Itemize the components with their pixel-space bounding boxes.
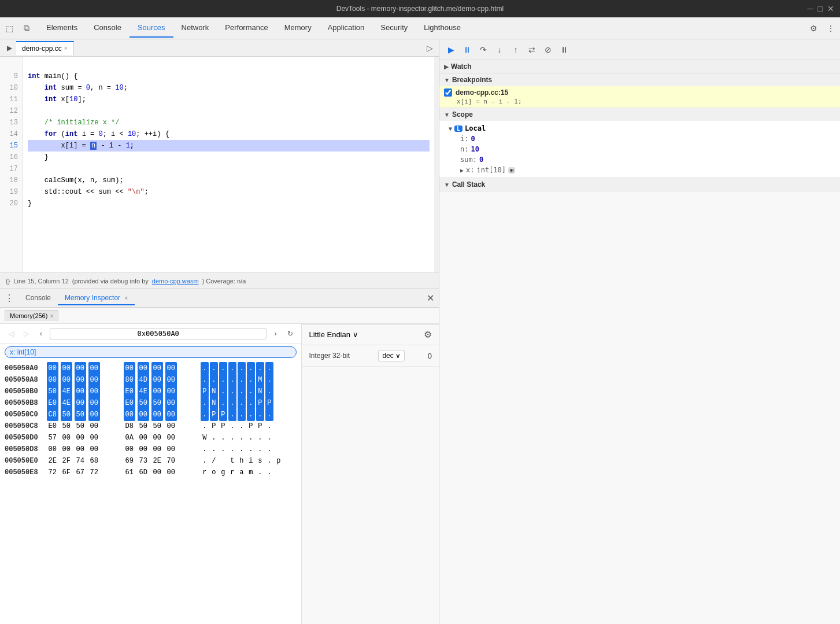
hex-row-5: 005050C8 E0 50 50 00 D8 50 50 bbox=[5, 420, 297, 432]
forward-button[interactable]: ▷ bbox=[20, 327, 32, 340]
hex-bytes1-8: 2E 2F 74 68 bbox=[47, 455, 119, 467]
hex-row-2: 005050B0 50 4E 00 00 E0 4E 00 bbox=[5, 386, 297, 397]
line-num-17: 17 bbox=[5, 163, 18, 175]
bp-checkbox[interactable] bbox=[444, 88, 452, 97]
breakpoints-label: Breakpoints bbox=[452, 76, 492, 84]
left-toolbar-icons: ⬚ ⧉ bbox=[2, 21, 34, 35]
memory-subtab-close[interactable]: × bbox=[50, 313, 53, 319]
endian-gear-icon[interactable]: ⚙ bbox=[424, 329, 432, 340]
next-address-button[interactable]: › bbox=[269, 327, 282, 340]
left-panel: ▶ demo-cpp.cc × ▷ 9 10 11 12 13 14 15 bbox=[0, 39, 439, 624]
hex-bytes2-8: 69 73 2E 70 bbox=[124, 455, 196, 467]
hex-ascii-3: . N . . . . P P bbox=[201, 397, 297, 409]
tab-console[interactable]: Console bbox=[86, 19, 129, 38]
memory-icon[interactable]: ⊞ bbox=[508, 167, 515, 173]
source-tab-bar: ▶ demo-cpp.cc × ▷ bbox=[0, 39, 439, 57]
status-bar: {} Line 15, Column 12 (provided via debu… bbox=[0, 272, 439, 289]
tab-memory[interactable]: Memory bbox=[276, 19, 320, 38]
step-button[interactable]: ⇄ bbox=[525, 43, 539, 57]
scope-x[interactable]: ▶ x: int[10] ⊞ bbox=[460, 165, 831, 175]
line-num-15[interactable]: 15 bbox=[5, 140, 18, 152]
pause-on-exception-button[interactable]: ⏸ bbox=[557, 43, 571, 57]
hex-bytes2-0: 00 00 00 00 bbox=[124, 362, 196, 375]
local-label: Local bbox=[465, 124, 486, 132]
integer-label: Integer 32-bit bbox=[309, 352, 367, 360]
step-into-button[interactable]: ↓ bbox=[493, 43, 506, 57]
tab-security[interactable]: Security bbox=[372, 19, 416, 38]
tab-lighthouse[interactable]: Lighthouse bbox=[416, 19, 469, 38]
resume-button[interactable]: ▶ bbox=[444, 43, 458, 57]
address-input[interactable] bbox=[50, 328, 267, 339]
hex-row-1: 005050A8 00 00 00 00 80 4D 00 bbox=[5, 374, 297, 386]
hex-bytes1-3: E0 4E 00 00 bbox=[47, 397, 119, 409]
code-line-blank bbox=[28, 59, 430, 71]
code-line-11: int x[10]; bbox=[28, 94, 430, 105]
prev-address-button[interactable]: ‹ bbox=[35, 327, 47, 340]
wasm-link[interactable]: demo-cpp.wasm bbox=[152, 278, 199, 285]
hex-ascii-6: W . . . . . . . bbox=[201, 431, 297, 444]
breakpoint-entry: demo-cpp.cc:15 x[i] = n - i - 1; bbox=[439, 86, 840, 108]
run-snippet-icon[interactable]: ▷ bbox=[423, 41, 436, 55]
call-stack-triangle: ▼ bbox=[444, 182, 450, 188]
source-filename: demo-cpp.cc bbox=[22, 45, 62, 53]
bottom-panel-close[interactable]: ✕ bbox=[427, 293, 434, 304]
code-area: 9 10 11 12 13 14 15 16 17 18 19 20 int m… bbox=[0, 57, 439, 272]
title-bar: DevTools - memory-inspector.glitch.me/de… bbox=[0, 0, 840, 17]
device-toggle-icon[interactable]: ⧉ bbox=[20, 21, 34, 35]
more-panel-icon[interactable]: ⋮ bbox=[5, 293, 14, 304]
endian-select[interactable]: Little Endian ∨ bbox=[309, 330, 358, 339]
source-tab-close[interactable]: × bbox=[64, 45, 68, 51]
hex-ascii-0: . . . . . . . . bbox=[201, 362, 297, 375]
watch-header[interactable]: ▶ Watch bbox=[439, 60, 840, 73]
vertical-scrollbar[interactable] bbox=[434, 57, 439, 272]
hex-addr-3: 005050B8 bbox=[5, 397, 42, 409]
source-file-tab[interactable]: demo-cpp.cc × bbox=[16, 41, 74, 55]
hex-bytes2-1: 80 4D 00 00 bbox=[124, 374, 196, 386]
breakpoints-header[interactable]: ▼ Breakpoints bbox=[439, 73, 840, 86]
tab-performance[interactable]: Performance bbox=[217, 19, 276, 38]
tab-console-bottom[interactable]: Console bbox=[18, 291, 58, 305]
hex-ascii-2: P N . . . . N . bbox=[201, 385, 297, 398]
window-controls[interactable]: ─ □ ✕ bbox=[808, 4, 834, 13]
pause-button[interactable]: ⏸ bbox=[460, 43, 474, 57]
deactivate-button[interactable]: ⊘ bbox=[541, 43, 555, 57]
memory-subtab-label: Memory(256) bbox=[10, 312, 47, 319]
cursor-icon[interactable]: ⬚ bbox=[2, 21, 16, 35]
call-stack-header[interactable]: ▼ Call Stack bbox=[439, 178, 840, 191]
tab-network[interactable]: Network bbox=[173, 19, 217, 38]
x-badge[interactable]: x: int[10] bbox=[5, 346, 297, 358]
debug-info-prefix: (provided via debug info by bbox=[72, 278, 149, 285]
refresh-button[interactable]: ↻ bbox=[284, 327, 297, 340]
tab-sources[interactable]: Sources bbox=[129, 19, 173, 38]
minimize-icon[interactable]: ─ bbox=[808, 4, 813, 13]
scope-header[interactable]: ▼ Scope bbox=[439, 108, 840, 121]
hex-addr-9: 005050E8 bbox=[5, 467, 42, 478]
dec-select[interactable]: dec ∨ bbox=[378, 350, 404, 361]
step-over-button[interactable]: ↷ bbox=[476, 43, 490, 57]
scope-local-group[interactable]: ▼ L Local bbox=[449, 123, 831, 134]
top-tab-bar: ⬚ ⧉ Elements Console Sources Network Per… bbox=[0, 17, 840, 39]
maximize-icon[interactable]: □ bbox=[818, 4, 823, 13]
tab-memory-inspector[interactable]: Memory Inspector × bbox=[58, 291, 135, 305]
dec-chevron: ∨ bbox=[395, 352, 401, 360]
hex-bytes1-1: 00 00 00 00 bbox=[47, 374, 119, 386]
close-icon[interactable]: ✕ bbox=[827, 4, 834, 13]
debug-toolbar: ▶ ⏸ ↷ ↓ ↑ ⇄ ⊘ ⏸ bbox=[439, 39, 840, 60]
hex-bytes2-4: 00 00 00 00 bbox=[124, 408, 196, 421]
settings-icon[interactable]: ⚙ bbox=[806, 21, 820, 35]
memory-inspector-tab-close[interactable]: × bbox=[124, 295, 128, 301]
scope-n-key: n: bbox=[460, 145, 468, 153]
hex-bytes2-3: E0 50 50 00 bbox=[124, 397, 196, 409]
hex-row-9: 005050E8 72 6F 67 72 61 6D 00 bbox=[5, 467, 297, 478]
back-button[interactable]: ◁ bbox=[5, 327, 17, 340]
more-icon[interactable]: ⋮ bbox=[824, 21, 838, 35]
endian-chevron: ∨ bbox=[353, 330, 358, 339]
toggle-sidebar-icon[interactable]: ▶ bbox=[2, 41, 16, 55]
code-lines[interactable]: int main() { int sum = 0, n = 10; int x[… bbox=[23, 57, 434, 272]
title-text: DevTools - memory-inspector.glitch.me/de… bbox=[336, 5, 504, 13]
tab-elements[interactable]: Elements bbox=[38, 19, 86, 38]
memory-subtab-bar: Memory(256) × bbox=[0, 308, 439, 324]
step-out-button[interactable]: ↑ bbox=[509, 43, 523, 57]
memory-subtab-256[interactable]: Memory(256) × bbox=[5, 310, 58, 321]
tab-application[interactable]: Application bbox=[320, 19, 373, 38]
